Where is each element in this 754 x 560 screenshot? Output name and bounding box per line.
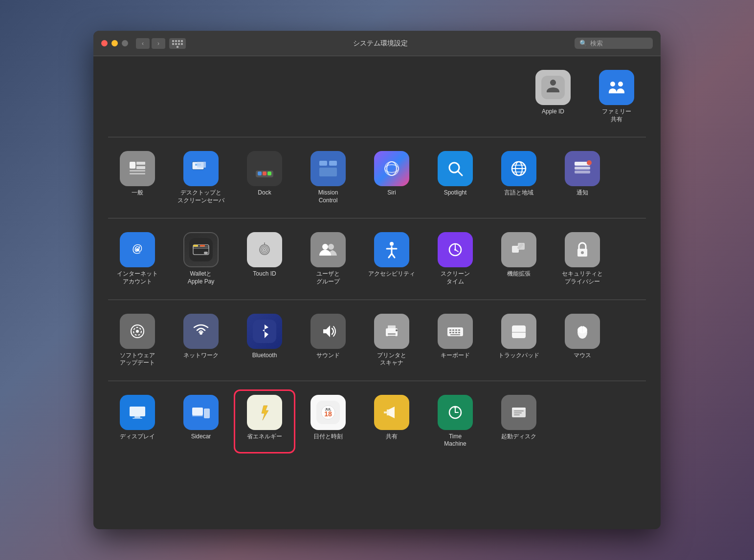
startup-label: 起動ディスク — [501, 433, 536, 441]
pref-item-mission-control[interactable]: MissionControl — [299, 147, 357, 208]
divider-4 — [108, 381, 646, 381]
wallet-icon — [183, 232, 219, 267]
apple-id-icon — [535, 70, 571, 105]
pref-item-datetime[interactable]: JUL 18 日付と時刻 — [299, 391, 357, 452]
pref-item-wallet[interactable]: WalletとApple Pay — [172, 228, 230, 289]
close-button[interactable] — [101, 40, 108, 46]
pref-item-apple-id[interactable]: Apple ID — [524, 66, 582, 127]
bluetooth-icon — [247, 314, 282, 349]
pref-item-software[interactable]: ソフトウェアアップデート — [108, 310, 167, 371]
pref-item-accessibility[interactable]: アクセシビリティ — [362, 228, 421, 289]
grid-view-button[interactable] — [169, 38, 186, 49]
family-label: ファミリー共有 — [602, 108, 631, 123]
security-label: セキュリティとプライバシー — [562, 270, 603, 285]
nav-buttons: ‹ › — [136, 38, 165, 49]
pref-item-timemachine[interactable]: TimeMachine — [426, 391, 485, 452]
content-area: Apple ID ファミリー共有 — [93, 56, 661, 529]
back-button[interactable]: ‹ — [136, 38, 150, 49]
search-input[interactable] — [590, 40, 648, 47]
security-icon — [565, 232, 600, 267]
network-icon — [183, 314, 219, 349]
pref-item-bluetooth[interactable]: Bluetooth — [235, 310, 294, 371]
svg-rect-55 — [316, 238, 340, 261]
svg-point-70 — [581, 251, 584, 254]
svg-rect-93 — [455, 332, 457, 333]
pref-item-network[interactable]: ネットワーク — [172, 310, 230, 371]
startup-icon — [501, 395, 536, 430]
divider-1 — [108, 137, 646, 137]
icons-grid-4: ソフトウェアアップデート ネットワーク — [108, 310, 646, 371]
pref-item-trackpad[interactable]: トラックパッド — [489, 310, 548, 371]
pref-item-internet[interactable]: @ インターネットアカウント — [108, 228, 167, 289]
svg-rect-104 — [130, 407, 145, 416]
pref-item-startup[interactable]: 起動ディスク — [489, 391, 548, 452]
sidecar-icon — [183, 395, 219, 430]
siri-label: Siri — [387, 189, 396, 197]
maximize-button[interactable] — [122, 40, 128, 46]
svg-rect-27 — [444, 157, 467, 180]
pref-item-sharing[interactable]: 共有 — [362, 391, 421, 452]
extensions-icon — [501, 232, 536, 267]
svg-rect-88 — [452, 329, 454, 331]
mission-control-label: MissionControl — [318, 189, 338, 204]
sound-icon — [310, 314, 346, 349]
pref-item-touchid[interactable]: Touch ID — [235, 228, 294, 289]
pref-item-spotlight[interactable]: Spotlight — [426, 147, 485, 208]
accessibility-icon — [374, 232, 409, 267]
svg-rect-39 — [575, 171, 590, 173]
search-box[interactable]: 🔍 — [575, 38, 653, 49]
accessibility-label: アクセシビリティ — [368, 270, 415, 278]
bluetooth-label: Bluetooth — [252, 352, 277, 360]
svg-rect-5 — [130, 162, 135, 169]
svg-rect-106 — [133, 418, 142, 419]
energy-label: 省エネルギー — [247, 433, 282, 441]
pref-item-mouse[interactable]: マウス — [553, 310, 612, 371]
pref-item-extensions[interactable]: 機能拡張 — [489, 228, 548, 289]
network-label: ネットワーク — [183, 352, 219, 360]
svg-rect-13 — [197, 162, 206, 168]
pref-item-family[interactable]: ファミリー共有 — [587, 66, 646, 127]
screentime-label: スクリーンタイム — [441, 270, 470, 285]
pref-item-sound[interactable]: サウンド — [299, 310, 357, 371]
system-preferences-window: ‹ › システム環境設定 🔍 — [93, 31, 661, 529]
pref-item-security[interactable]: セキュリティとプライバシー — [553, 228, 612, 289]
pref-item-sidecar[interactable]: Sidecar — [172, 391, 230, 452]
pref-item-printer[interactable]: プリンタとスキャナ — [362, 310, 421, 371]
svg-rect-82 — [388, 333, 396, 335]
energy-icon — [247, 395, 282, 430]
svg-rect-110 — [192, 415, 203, 416]
pref-item-desktop[interactable]: デスクトップとスクリーンセーバ — [172, 147, 230, 208]
minimize-button[interactable] — [111, 40, 118, 46]
pref-item-notification[interactable]: 通知 — [553, 147, 612, 208]
svg-rect-121 — [512, 408, 526, 409]
svg-rect-97 — [512, 325, 526, 338]
desktop-icon — [183, 151, 219, 186]
icons-grid-5: ディスプレイ Sidecar — [108, 391, 646, 452]
pref-item-screentime[interactable]: スクリーンタイム — [426, 228, 485, 289]
pref-item-energy[interactable]: 省エネルギー — [235, 391, 294, 452]
pref-item-display[interactable]: ディスプレイ — [108, 391, 167, 452]
pref-item-language[interactable]: 言語と地域 — [489, 147, 548, 208]
pref-item-dock[interactable]: Dock — [235, 147, 294, 208]
svg-point-25 — [387, 162, 397, 175]
language-icon — [501, 151, 536, 186]
keyboard-label: キーボード — [441, 352, 470, 360]
trackpad-label: トラックパッド — [498, 352, 539, 360]
section-5: ディスプレイ Sidecar — [108, 391, 646, 452]
screentime-icon — [438, 232, 473, 267]
mouse-label: マウス — [574, 352, 591, 360]
forward-button[interactable]: › — [152, 38, 165, 49]
printer-icon — [374, 314, 409, 349]
svg-point-84 — [396, 329, 398, 331]
svg-rect-80 — [386, 328, 398, 336]
internet-icon: @ — [120, 232, 155, 267]
language-label: 言語と地域 — [504, 189, 533, 197]
pref-item-users[interactable]: ユーザとグループ — [299, 228, 357, 289]
sharing-label: 共有 — [386, 433, 398, 441]
mission-control-icon — [310, 151, 346, 186]
general-label: 一般 — [132, 189, 143, 197]
pref-item-keyboard[interactable]: キーボード — [426, 310, 485, 371]
svg-rect-21 — [329, 161, 337, 166]
pref-item-general[interactable]: 一般 — [108, 147, 167, 208]
pref-item-siri[interactable]: Siri — [362, 147, 421, 208]
